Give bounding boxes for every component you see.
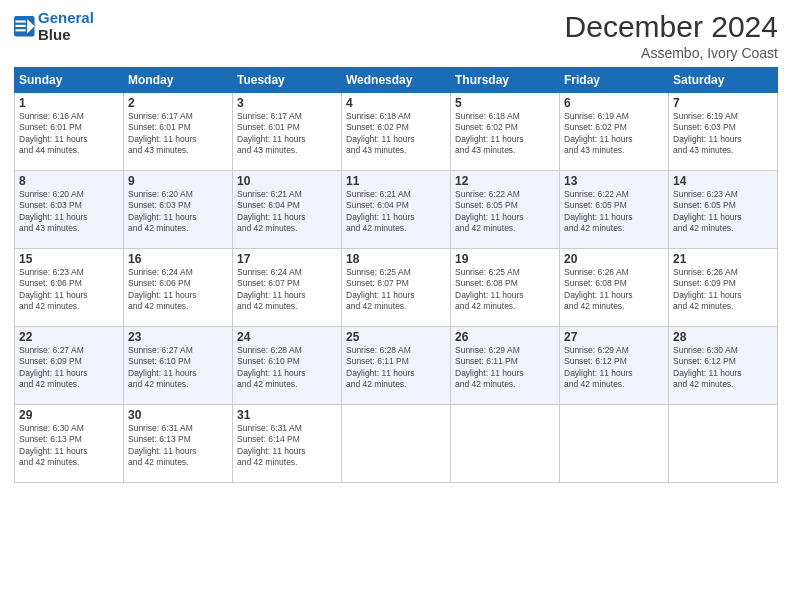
- day-detail: Sunrise: 6:17 AM Sunset: 6:01 PM Dayligh…: [237, 111, 337, 157]
- calendar-week-4: 22Sunrise: 6:27 AM Sunset: 6:09 PM Dayli…: [15, 327, 778, 405]
- day-number: 17: [237, 252, 337, 266]
- calendar-cell: 27Sunrise: 6:29 AM Sunset: 6:12 PM Dayli…: [560, 327, 669, 405]
- calendar-cell: 7Sunrise: 6:19 AM Sunset: 6:03 PM Daylig…: [669, 93, 778, 171]
- day-number: 10: [237, 174, 337, 188]
- day-detail: Sunrise: 6:19 AM Sunset: 6:03 PM Dayligh…: [673, 111, 773, 157]
- calendar-cell: 18Sunrise: 6:25 AM Sunset: 6:07 PM Dayli…: [342, 249, 451, 327]
- day-detail: Sunrise: 6:21 AM Sunset: 6:04 PM Dayligh…: [346, 189, 446, 235]
- day-detail: Sunrise: 6:22 AM Sunset: 6:05 PM Dayligh…: [564, 189, 664, 235]
- day-number: 3: [237, 96, 337, 110]
- day-number: 26: [455, 330, 555, 344]
- calendar-cell: 24Sunrise: 6:28 AM Sunset: 6:10 PM Dayli…: [233, 327, 342, 405]
- calendar-cell: [669, 405, 778, 483]
- calendar-cell: 1Sunrise: 6:16 AM Sunset: 6:01 PM Daylig…: [15, 93, 124, 171]
- day-number: 1: [19, 96, 119, 110]
- day-number: 12: [455, 174, 555, 188]
- day-detail: Sunrise: 6:18 AM Sunset: 6:02 PM Dayligh…: [455, 111, 555, 157]
- calendar-cell: 19Sunrise: 6:25 AM Sunset: 6:08 PM Dayli…: [451, 249, 560, 327]
- header-cell-friday: Friday: [560, 68, 669, 93]
- calendar-cell: 5Sunrise: 6:18 AM Sunset: 6:02 PM Daylig…: [451, 93, 560, 171]
- day-number: 8: [19, 174, 119, 188]
- day-number: 22: [19, 330, 119, 344]
- calendar-cell: 11Sunrise: 6:21 AM Sunset: 6:04 PM Dayli…: [342, 171, 451, 249]
- logo: GeneralBlue: [14, 10, 94, 43]
- calendar-cell: 31Sunrise: 6:31 AM Sunset: 6:14 PM Dayli…: [233, 405, 342, 483]
- day-detail: Sunrise: 6:18 AM Sunset: 6:02 PM Dayligh…: [346, 111, 446, 157]
- day-detail: Sunrise: 6:29 AM Sunset: 6:11 PM Dayligh…: [455, 345, 555, 391]
- calendar-cell: 20Sunrise: 6:26 AM Sunset: 6:08 PM Dayli…: [560, 249, 669, 327]
- day-number: 31: [237, 408, 337, 422]
- day-detail: Sunrise: 6:17 AM Sunset: 6:01 PM Dayligh…: [128, 111, 228, 157]
- day-number: 24: [237, 330, 337, 344]
- svg-rect-2: [15, 20, 25, 22]
- calendar-cell: 29Sunrise: 6:30 AM Sunset: 6:13 PM Dayli…: [15, 405, 124, 483]
- calendar-cell: 13Sunrise: 6:22 AM Sunset: 6:05 PM Dayli…: [560, 171, 669, 249]
- calendar-cell: 22Sunrise: 6:27 AM Sunset: 6:09 PM Dayli…: [15, 327, 124, 405]
- day-detail: Sunrise: 6:20 AM Sunset: 6:03 PM Dayligh…: [19, 189, 119, 235]
- day-detail: Sunrise: 6:21 AM Sunset: 6:04 PM Dayligh…: [237, 189, 337, 235]
- day-detail: Sunrise: 6:25 AM Sunset: 6:07 PM Dayligh…: [346, 267, 446, 313]
- calendar-header-row: SundayMondayTuesdayWednesdayThursdayFrid…: [15, 68, 778, 93]
- calendar-cell: 2Sunrise: 6:17 AM Sunset: 6:01 PM Daylig…: [124, 93, 233, 171]
- calendar-cell: 15Sunrise: 6:23 AM Sunset: 6:06 PM Dayli…: [15, 249, 124, 327]
- calendar-table: SundayMondayTuesdayWednesdayThursdayFrid…: [14, 67, 778, 483]
- day-number: 30: [128, 408, 228, 422]
- month-title: December 2024: [565, 10, 778, 43]
- day-detail: Sunrise: 6:25 AM Sunset: 6:08 PM Dayligh…: [455, 267, 555, 313]
- day-detail: Sunrise: 6:28 AM Sunset: 6:11 PM Dayligh…: [346, 345, 446, 391]
- day-number: 28: [673, 330, 773, 344]
- day-number: 9: [128, 174, 228, 188]
- header: GeneralBlue December 2024 Assembo, Ivory…: [14, 10, 778, 61]
- calendar-cell: 30Sunrise: 6:31 AM Sunset: 6:13 PM Dayli…: [124, 405, 233, 483]
- logo-text: GeneralBlue: [38, 10, 94, 43]
- header-cell-saturday: Saturday: [669, 68, 778, 93]
- day-number: 18: [346, 252, 446, 266]
- calendar-week-2: 8Sunrise: 6:20 AM Sunset: 6:03 PM Daylig…: [15, 171, 778, 249]
- page-container: GeneralBlue December 2024 Assembo, Ivory…: [0, 0, 792, 491]
- day-detail: Sunrise: 6:23 AM Sunset: 6:05 PM Dayligh…: [673, 189, 773, 235]
- day-number: 11: [346, 174, 446, 188]
- day-detail: Sunrise: 6:27 AM Sunset: 6:10 PM Dayligh…: [128, 345, 228, 391]
- day-number: 19: [455, 252, 555, 266]
- day-detail: Sunrise: 6:28 AM Sunset: 6:10 PM Dayligh…: [237, 345, 337, 391]
- header-cell-wednesday: Wednesday: [342, 68, 451, 93]
- svg-rect-3: [15, 24, 25, 26]
- calendar-body: 1Sunrise: 6:16 AM Sunset: 6:01 PM Daylig…: [15, 93, 778, 483]
- logo-icon: [14, 16, 36, 38]
- day-detail: Sunrise: 6:26 AM Sunset: 6:08 PM Dayligh…: [564, 267, 664, 313]
- calendar-cell: 21Sunrise: 6:26 AM Sunset: 6:09 PM Dayli…: [669, 249, 778, 327]
- day-number: 16: [128, 252, 228, 266]
- calendar-cell: 28Sunrise: 6:30 AM Sunset: 6:12 PM Dayli…: [669, 327, 778, 405]
- day-number: 27: [564, 330, 664, 344]
- day-detail: Sunrise: 6:30 AM Sunset: 6:13 PM Dayligh…: [19, 423, 119, 469]
- day-detail: Sunrise: 6:29 AM Sunset: 6:12 PM Dayligh…: [564, 345, 664, 391]
- day-number: 6: [564, 96, 664, 110]
- day-detail: Sunrise: 6:31 AM Sunset: 6:14 PM Dayligh…: [237, 423, 337, 469]
- day-detail: Sunrise: 6:16 AM Sunset: 6:01 PM Dayligh…: [19, 111, 119, 157]
- calendar-cell: 8Sunrise: 6:20 AM Sunset: 6:03 PM Daylig…: [15, 171, 124, 249]
- calendar-cell: 14Sunrise: 6:23 AM Sunset: 6:05 PM Dayli…: [669, 171, 778, 249]
- day-detail: Sunrise: 6:24 AM Sunset: 6:06 PM Dayligh…: [128, 267, 228, 313]
- calendar-cell: 26Sunrise: 6:29 AM Sunset: 6:11 PM Dayli…: [451, 327, 560, 405]
- calendar-week-3: 15Sunrise: 6:23 AM Sunset: 6:06 PM Dayli…: [15, 249, 778, 327]
- day-number: 23: [128, 330, 228, 344]
- day-detail: Sunrise: 6:30 AM Sunset: 6:12 PM Dayligh…: [673, 345, 773, 391]
- day-number: 25: [346, 330, 446, 344]
- calendar-cell: [451, 405, 560, 483]
- day-number: 13: [564, 174, 664, 188]
- day-detail: Sunrise: 6:23 AM Sunset: 6:06 PM Dayligh…: [19, 267, 119, 313]
- calendar-cell: 16Sunrise: 6:24 AM Sunset: 6:06 PM Dayli…: [124, 249, 233, 327]
- calendar-cell: 17Sunrise: 6:24 AM Sunset: 6:07 PM Dayli…: [233, 249, 342, 327]
- day-number: 2: [128, 96, 228, 110]
- day-number: 4: [346, 96, 446, 110]
- day-number: 7: [673, 96, 773, 110]
- day-number: 14: [673, 174, 773, 188]
- day-number: 20: [564, 252, 664, 266]
- calendar-week-5: 29Sunrise: 6:30 AM Sunset: 6:13 PM Dayli…: [15, 405, 778, 483]
- day-detail: Sunrise: 6:22 AM Sunset: 6:05 PM Dayligh…: [455, 189, 555, 235]
- day-detail: Sunrise: 6:24 AM Sunset: 6:07 PM Dayligh…: [237, 267, 337, 313]
- day-number: 29: [19, 408, 119, 422]
- header-cell-monday: Monday: [124, 68, 233, 93]
- day-detail: Sunrise: 6:20 AM Sunset: 6:03 PM Dayligh…: [128, 189, 228, 235]
- calendar-cell: 4Sunrise: 6:18 AM Sunset: 6:02 PM Daylig…: [342, 93, 451, 171]
